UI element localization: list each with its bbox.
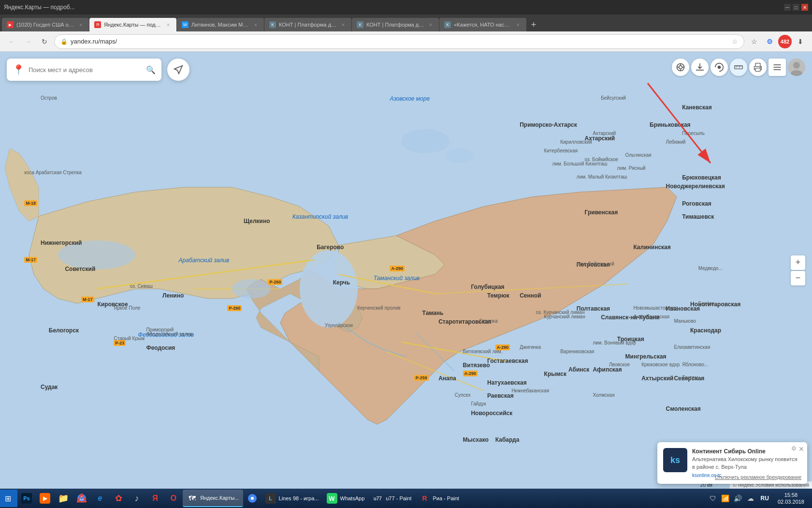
tab-close-kont1[interactable]: × xyxy=(340,21,347,28)
whatsapp-icon: W xyxy=(327,493,337,504)
close-button[interactable]: ✕ xyxy=(801,4,808,11)
map-layers-button[interactable] xyxy=(672,59,689,76)
chrome-icon xyxy=(76,493,87,504)
taskbar-files[interactable]: 📁 xyxy=(54,490,72,507)
svg-rect-33 xyxy=(755,63,760,67)
map-search-bar[interactable]: 📍 🔍 xyxy=(7,59,161,81)
map-menu-button[interactable] xyxy=(768,59,786,76)
files-icon: 📁 xyxy=(58,493,69,504)
taskbar-language[interactable]: RU xyxy=(758,495,772,502)
taskbar-audio[interactable]: ♪ xyxy=(128,490,146,507)
tab-favicon-nato: К xyxy=(444,21,451,28)
tab-label-litvinov: Литвинов, Максим Макс... xyxy=(191,22,249,28)
map-print-button[interactable] xyxy=(749,59,767,76)
taskbar-bug[interactable]: ✿ xyxy=(109,490,128,507)
tab-close-nato[interactable]: × xyxy=(515,21,522,28)
tab-youtube[interactable]: ▶ (1020) Госдеп США обе... × xyxy=(2,18,89,31)
map-zoom-controls: + − xyxy=(791,255,805,285)
taskbar-media-player[interactable]: ▶ xyxy=(36,490,54,507)
svg-point-5 xyxy=(300,250,358,328)
address-bar[interactable]: 🔒 yandex.ru/maps/ ☆ xyxy=(54,34,744,49)
tab-label-yandex-maps: Яндекс.Карты — подроб... xyxy=(104,22,162,28)
new-tab-button[interactable]: + xyxy=(527,18,540,31)
notification-close-button[interactable]: ✕ xyxy=(798,445,804,453)
download-button[interactable]: ⬇ xyxy=(794,35,807,48)
back-button[interactable]: ← xyxy=(5,35,18,48)
svg-point-13 xyxy=(401,129,450,153)
map-container[interactable]: 📍 🔍 xyxy=(0,52,812,489)
map-download-button[interactable] xyxy=(691,59,709,76)
extensions-button[interactable]: ⚙ xyxy=(763,35,776,48)
taskbar-photoshop[interactable]: Ps xyxy=(17,490,36,507)
taskbar-rian[interactable]: R Риа - Paint xyxy=(415,490,463,507)
minimize-button[interactable]: ─ xyxy=(784,4,791,11)
taskbar-tray: 🛡 📶 🔊 ☁ RU 15:58 02.03.2018 xyxy=(704,492,812,506)
svg-point-35 xyxy=(760,67,761,69)
bookmark-icon[interactable]: ☆ xyxy=(732,38,738,45)
tab-kont1[interactable]: К КОНТ | Платформа для с... × xyxy=(264,18,351,31)
taskbar-whatsapp[interactable]: W WhatsApp xyxy=(323,490,369,507)
taskbar-lines[interactable]: L Lines 98 - игра... xyxy=(261,490,323,507)
lines-icon: L xyxy=(265,493,276,504)
yandex-icon: Я xyxy=(150,493,160,504)
map-search-icon[interactable]: 🔍 xyxy=(146,65,156,75)
audio-icon: ♪ xyxy=(131,493,142,504)
map-search-input[interactable] xyxy=(29,66,142,74)
svg-rect-28 xyxy=(735,66,743,69)
notification-content: Континент Сибирь Online Альтернатива Хил… xyxy=(692,448,801,478)
notification-text: Альтернатива Хилокскому рынку появится в… xyxy=(692,456,801,471)
taskbar-opera[interactable]: O xyxy=(164,490,183,507)
tab-nato[interactable]: К «Кажется, НАТО настиг... × xyxy=(439,18,526,31)
map-panorama-button[interactable] xyxy=(710,59,728,76)
user-avatar[interactable] xyxy=(788,59,805,76)
taskbar-chrome[interactable] xyxy=(72,490,91,507)
u77-icon: u77 xyxy=(372,493,383,504)
svg-rect-34 xyxy=(755,68,760,72)
taskbar-yandex[interactable]: Я xyxy=(146,490,164,507)
tray-network-icon[interactable]: 📶 xyxy=(720,493,731,504)
map-route-button[interactable] xyxy=(167,59,189,81)
tab-favicon-kont1: К xyxy=(269,21,276,28)
zoom-out-button[interactable]: − xyxy=(791,271,805,285)
notification-dismiss-link[interactable]: Отключить рекламное брендирование xyxy=(715,475,801,480)
maximize-button[interactable]: □ xyxy=(793,4,799,11)
tab-kont2[interactable]: К КОНТ | Платформа для с... × xyxy=(352,18,439,31)
taskbar-rian-label: Риа - Paint xyxy=(433,495,459,501)
yandex-maps-icon: 🗺 xyxy=(187,493,197,503)
badge-button[interactable]: 482 xyxy=(778,35,792,48)
zoom-in-button[interactable]: + xyxy=(791,255,805,270)
browser-titlebar: Яндекс.Карты — подроб... ─ □ ✕ xyxy=(0,0,812,15)
start-button[interactable]: ⊞ xyxy=(0,490,17,507)
tab-yandex-maps[interactable]: Я Яндекс.Карты — подроб... × xyxy=(89,18,176,31)
map-toolbar-right xyxy=(672,59,805,76)
tab-litvinov[interactable]: W Литвинов, Максим Макс... × xyxy=(177,18,264,31)
tab-favicon-kont2: К xyxy=(357,21,363,28)
notification-settings-icon[interactable]: ⚙ xyxy=(791,445,797,452)
taskbar-u77[interactable]: u77 u77 - Paint xyxy=(368,490,415,507)
map-ruler-button[interactable] xyxy=(730,59,747,76)
tab-label-youtube: (1020) Госдеп США обе... xyxy=(16,22,74,28)
tab-label-kont1: КОНТ | Платформа для с... xyxy=(279,22,337,28)
taskbar-whatsapp-label: WhatsApp xyxy=(340,495,365,501)
svg-marker-4 xyxy=(5,149,39,221)
bug-icon: ✿ xyxy=(113,493,124,504)
svg-point-14 xyxy=(445,149,474,163)
taskbar-clock[interactable]: 15:58 02.03.2018 xyxy=(774,492,808,506)
tray-volume-icon[interactable]: 🔊 xyxy=(733,493,743,504)
map-svg xyxy=(0,52,812,489)
tray-shield-icon[interactable]: 🛡 xyxy=(708,493,718,504)
window-title: Яндекс.Карты — подроб... xyxy=(4,4,75,11)
bookmark-list-button[interactable]: ☆ xyxy=(747,35,761,48)
taskbar-ie[interactable]: e xyxy=(91,490,109,507)
tab-close-youtube[interactable]: × xyxy=(77,21,84,28)
taskbar-chrome2[interactable] xyxy=(243,490,261,507)
tray-cloud-icon[interactable]: ☁ xyxy=(745,493,756,504)
tab-close-kont2[interactable]: × xyxy=(427,21,434,28)
ie-icon: e xyxy=(95,493,105,504)
tab-close-yandex-maps[interactable]: × xyxy=(165,21,172,28)
tab-close-litvinov[interactable]: × xyxy=(252,21,259,28)
reload-button[interactable]: ↻ xyxy=(38,35,51,48)
forward-button[interactable]: → xyxy=(21,35,35,48)
taskbar-yandex-maps[interactable]: 🗺 Яндекс.Карты... xyxy=(183,490,243,507)
browser-toolbar: ← → ↻ 🔒 yandex.ru/maps/ ☆ ☆ ⚙ 482 ⬇ xyxy=(0,31,812,52)
